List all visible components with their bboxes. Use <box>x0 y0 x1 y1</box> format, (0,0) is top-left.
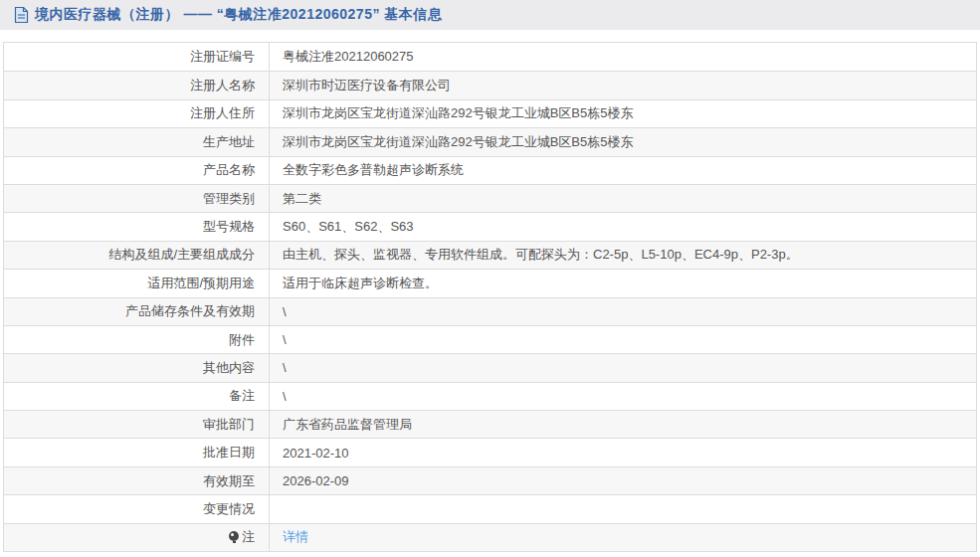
row-value: 详情 <box>270 524 976 551</box>
row-label: 产品名称 <box>4 157 270 184</box>
row-value <box>270 495 976 522</box>
table-row: 注详情 <box>4 523 976 551</box>
table-row: 管理类别第二类 <box>4 184 976 212</box>
row-value-text: 广东省药品监督管理局 <box>283 416 412 434</box>
row-label-text: 注册人名称 <box>190 77 255 94</box>
table-row: 审批部门广东省药品监督管理局 <box>4 410 976 438</box>
row-value-text: 第二类 <box>283 190 321 208</box>
row-label: 附件 <box>4 326 270 353</box>
row-label-text: 附件 <box>229 331 255 349</box>
row-label: 其他内容 <box>4 354 270 381</box>
row-label-text: 注 <box>242 528 255 546</box>
row-label: 生产地址 <box>4 128 270 155</box>
page-header: 境内医疗器械（注册） —— “粤械注准20212060275” 基本信息 <box>0 0 980 30</box>
row-label-text: 批准日期 <box>203 444 255 462</box>
row-value-text: 2021-02-10 <box>283 446 349 461</box>
row-value: 广东省药品监督管理局 <box>270 411 976 438</box>
row-value-text: S60、S61、S62、S63 <box>283 218 414 236</box>
row-value-text: \ <box>283 360 287 375</box>
row-value: \ <box>270 354 976 381</box>
row-value: 适用于临床超声诊断检查。 <box>270 270 976 296</box>
row-label: 审批部门 <box>4 411 270 438</box>
table-row: 产品储存条件及有效期\ <box>4 297 976 325</box>
row-value-text: \ <box>283 332 287 347</box>
bulb-icon <box>229 531 240 543</box>
document-icon <box>14 7 29 23</box>
row-label-text: 有效期至 <box>203 472 255 490</box>
row-label: 型号规格 <box>4 213 270 240</box>
table-row: 备注\ <box>4 382 976 410</box>
table-row: 适用范围/预期用途适用于临床超声诊断检查。 <box>4 269 976 296</box>
row-value: 深圳市龙岗区宝龙街道深汕路292号银龙工业城B区B5栋5楼东 <box>270 128 976 155</box>
row-value-text: 深圳市龙岗区宝龙街道深汕路292号银龙工业城B区B5栋5楼东 <box>283 104 634 122</box>
row-value-text: \ <box>283 304 287 319</box>
row-label-text: 审批部门 <box>203 416 255 434</box>
row-label: 有效期至 <box>4 467 270 494</box>
row-value: \ <box>270 326 976 353</box>
row-label: 管理类别 <box>4 185 270 212</box>
row-value: 深圳市时迈医疗设备有限公司 <box>270 72 976 98</box>
row-label-text: 结构及组成/主要组成成分 <box>108 246 255 264</box>
table-row: 其他内容\ <box>4 353 976 381</box>
row-value-text: 粤械注准20212060275 <box>283 48 414 66</box>
row-label: 注 <box>4 524 270 551</box>
row-value: 2021-02-10 <box>270 439 976 465</box>
row-value: 深圳市龙岗区宝龙街道深汕路292号银龙工业城B区B5栋5楼东 <box>270 100 976 127</box>
row-label-text: 备注 <box>229 387 255 405</box>
row-value: \ <box>270 298 976 325</box>
row-value: S60、S61、S62、S63 <box>270 213 976 240</box>
row-label-text: 注册人住所 <box>190 104 255 122</box>
table-row: 注册人名称深圳市时迈医疗设备有限公司 <box>4 71 976 98</box>
row-value: 第二类 <box>270 185 976 212</box>
row-label-text: 变更情况 <box>203 500 255 518</box>
table-row: 有效期至2026-02-09 <box>4 466 976 494</box>
row-label-text: 注册证编号 <box>190 48 255 66</box>
row-value-text: 由主机、探头、监视器、专用软件组成。可配探头为：C2-5p、L5-10p、EC4… <box>283 246 799 264</box>
row-label: 备注 <box>4 383 270 410</box>
row-label: 适用范围/预期用途 <box>4 270 270 296</box>
row-value-text: 适用于临床超声诊断检查。 <box>283 275 438 292</box>
registration-table: 注册证编号粤械注准20212060275注册人名称深圳市时迈医疗设备有限公司注册… <box>3 42 977 552</box>
row-value-text: 深圳市龙岗区宝龙街道深汕路292号银龙工业城B区B5栋5楼东 <box>283 133 634 151</box>
row-label: 结构及组成/主要组成成分 <box>4 242 270 269</box>
row-label: 产品储存条件及有效期 <box>4 298 270 325</box>
row-value-text: \ <box>283 389 287 404</box>
row-label: 批准日期 <box>4 439 270 465</box>
page-title: 境内医疗器械（注册） —— “粤械注准20212060275” 基本信息 <box>35 6 442 24</box>
row-value: 粤械注准20212060275 <box>270 43 976 71</box>
row-label-text: 生产地址 <box>203 133 255 151</box>
table-row: 生产地址深圳市龙岗区宝龙街道深汕路292号银龙工业城B区B5栋5楼东 <box>4 127 976 155</box>
row-label: 变更情况 <box>4 495 270 522</box>
row-label-text: 产品名称 <box>203 161 255 179</box>
row-label-text: 其他内容 <box>203 359 255 377</box>
row-label: 注册人名称 <box>4 72 270 98</box>
row-label-text: 适用范围/预期用途 <box>147 275 255 292</box>
table-row: 型号规格S60、S61、S62、S63 <box>4 212 976 240</box>
table-row: 产品名称全数字彩色多普勒超声诊断系统 <box>4 156 976 184</box>
row-label-text: 管理类别 <box>203 190 255 208</box>
row-label-text: 型号规格 <box>203 218 255 236</box>
table-row: 注册人住所深圳市龙岗区宝龙街道深汕路292号银龙工业城B区B5栋5楼东 <box>4 99 976 127</box>
row-value: 全数字彩色多普勒超声诊断系统 <box>270 157 976 184</box>
table-row: 注册证编号粤械注准20212060275 <box>4 43 976 71</box>
row-value-text: 全数字彩色多普勒超声诊断系统 <box>283 161 464 179</box>
row-label: 注册证编号 <box>4 43 270 71</box>
table-row: 批准日期2021-02-10 <box>4 438 976 465</box>
row-value-text: 2026-02-09 <box>283 473 349 488</box>
row-value: \ <box>270 383 976 410</box>
table-row: 附件\ <box>4 325 976 353</box>
row-value: 2026-02-09 <box>270 467 976 494</box>
table-row: 结构及组成/主要组成成分由主机、探头、监视器、专用软件组成。可配探头为：C2-5… <box>4 241 976 269</box>
detail-link[interactable]: 详情 <box>283 528 308 546</box>
row-value-text: 深圳市时迈医疗设备有限公司 <box>283 77 451 94</box>
row-label: 注册人住所 <box>4 100 270 127</box>
row-label-text: 产品储存条件及有效期 <box>125 302 255 320</box>
table-row: 变更情况 <box>4 494 976 522</box>
row-value: 由主机、探头、监视器、专用软件组成。可配探头为：C2-5p、L5-10p、EC4… <box>270 242 976 269</box>
